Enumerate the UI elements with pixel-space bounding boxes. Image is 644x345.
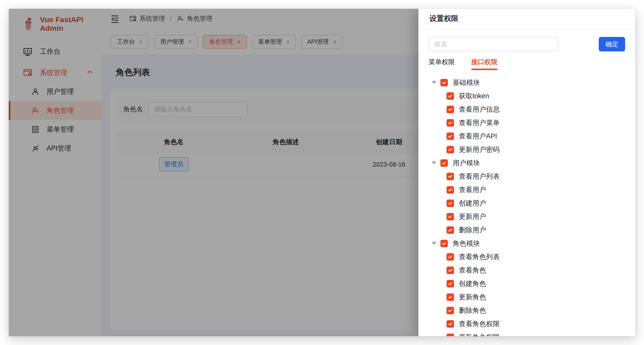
checkbox-checked-icon[interactable] (440, 79, 448, 86)
caret-down-icon[interactable] (432, 81, 436, 84)
tree-leaf-label: 查看用户 (459, 185, 486, 194)
checkbox-checked-icon[interactable] (440, 159, 448, 167)
tree-leaf-label: 查看角色 (459, 266, 486, 275)
drawer-header: 设置权限 (418, 9, 635, 29)
filter-row: 确定 (428, 37, 625, 52)
checkbox-checked-icon[interactable] (446, 119, 454, 127)
checkbox-checked-icon[interactable] (446, 92, 454, 100)
tree-node-label: 角色模块 (453, 239, 480, 248)
drawer-tabs: 菜单权限接口权限 (428, 58, 625, 70)
tree-leaf-label: 查看角色列表 (459, 252, 500, 261)
checkbox-checked-icon[interactable] (446, 226, 454, 234)
checkbox-checked-icon[interactable] (446, 200, 454, 207)
tree-leaf-更新角色[interactable]: 更新角色 (428, 290, 625, 304)
tree-leaf-label: 删除用户 (459, 225, 486, 235)
checkbox-checked-icon[interactable] (446, 186, 454, 194)
checkbox-checked-icon[interactable] (446, 307, 454, 314)
tree-leaf-查看用户API[interactable]: 查看用户API (428, 129, 625, 143)
tree-leaf-删除用户[interactable]: 删除用户 (428, 223, 625, 237)
tree-leaf-查看角色[interactable]: 查看角色 (428, 263, 625, 277)
tree-leaf-label: 查看用户API (459, 132, 497, 141)
checkbox-checked-icon[interactable] (446, 253, 454, 261)
tree-leaf-label: 更新用户密码 (459, 145, 500, 154)
confirm-button[interactable]: 确定 (599, 37, 625, 52)
drawer-title: 设置权限 (430, 14, 458, 24)
tree-leaf-label: 删除角色 (459, 306, 486, 315)
tree-node-label: 用户模块 (453, 158, 480, 168)
tree-node-用户模块[interactable]: 用户模块 (428, 156, 625, 170)
drawer-body: 确定 菜单权限接口权限 基础模块 获取token 查看用户信息 查看用户菜单 查… (418, 29, 635, 336)
tree-leaf-更新角色权限[interactable]: 更新角色权限 (428, 330, 625, 336)
checkbox-checked-icon[interactable] (446, 320, 454, 328)
caret-down-icon[interactable] (432, 161, 436, 165)
permissions-tree: 基础模块 获取token 查看用户信息 查看用户菜单 查看用户API 更新用户密… (428, 76, 625, 336)
tree-leaf-创建用户[interactable]: 创建用户 (428, 196, 625, 210)
tree-node-label: 基础模块 (453, 78, 480, 87)
checkbox-checked-icon[interactable] (446, 133, 454, 140)
tree-node-基础模块[interactable]: 基础模块 (428, 76, 625, 89)
app-window: Vue FastAPI Admin 工作台系统管理 用户管理角色管理菜单管理AP… (9, 9, 635, 336)
permissions-drawer: 设置权限 确定 菜单权限接口权限 基础模块 获取token 查看用户信息 查看用… (418, 9, 635, 336)
tree-leaf-查看用户信息[interactable]: 查看用户信息 (428, 103, 625, 116)
tree-leaf-label: 查看用户菜单 (459, 118, 500, 127)
drawer-tab-接口权限[interactable]: 接口权限 (471, 58, 498, 70)
tree-leaf-label: 查看用户信息 (459, 105, 500, 114)
tree-leaf-更新用户[interactable]: 更新用户 (428, 210, 625, 223)
tree-leaf-查看用户列表[interactable]: 查看用户列表 (428, 170, 625, 183)
tree-leaf-查看角色列表[interactable]: 查看角色列表 (428, 250, 625, 263)
tree-leaf-更新用户密码[interactable]: 更新用户密码 (428, 143, 625, 156)
checkbox-checked-icon[interactable] (446, 173, 454, 180)
checkbox-checked-icon[interactable] (446, 146, 454, 153)
tree-leaf-查看角色权限[interactable]: 查看角色权限 (428, 317, 625, 330)
tree-leaf-获取token[interactable]: 获取token (428, 89, 625, 103)
drawer-tab-菜单权限[interactable]: 菜单权限 (428, 58, 455, 70)
checkbox-checked-icon[interactable] (446, 293, 454, 301)
checkbox-checked-icon[interactable] (440, 240, 448, 247)
checkbox-checked-icon[interactable] (446, 106, 454, 113)
tree-leaf-label: 更新用户 (459, 212, 486, 221)
caret-down-icon[interactable] (432, 242, 436, 245)
tree-leaf-label: 查看角色权限 (459, 319, 500, 328)
tree-leaf-label: 查看用户列表 (459, 172, 500, 181)
checkbox-checked-icon[interactable] (446, 213, 454, 220)
tree-leaf-创建角色[interactable]: 创建角色 (428, 277, 625, 290)
tree-leaf-label: 更新角色权限 (459, 333, 500, 336)
checkbox-checked-icon[interactable] (446, 280, 454, 287)
tree-leaf-label: 创建用户 (459, 199, 486, 208)
tree-leaf-查看用户[interactable]: 查看用户 (428, 183, 625, 196)
tree-leaf-label: 获取token (459, 91, 489, 101)
checkbox-checked-icon[interactable] (446, 266, 454, 274)
tree-node-角色模块[interactable]: 角色模块 (428, 237, 625, 250)
tree-leaf-label: 创建角色 (459, 279, 486, 288)
filter-input[interactable] (428, 37, 558, 52)
checkbox-checked-icon[interactable] (446, 333, 454, 336)
tree-leaf-label: 更新角色 (459, 292, 486, 302)
tree-leaf-查看用户菜单[interactable]: 查看用户菜单 (428, 116, 625, 129)
tree-leaf-删除角色[interactable]: 删除角色 (428, 304, 625, 317)
